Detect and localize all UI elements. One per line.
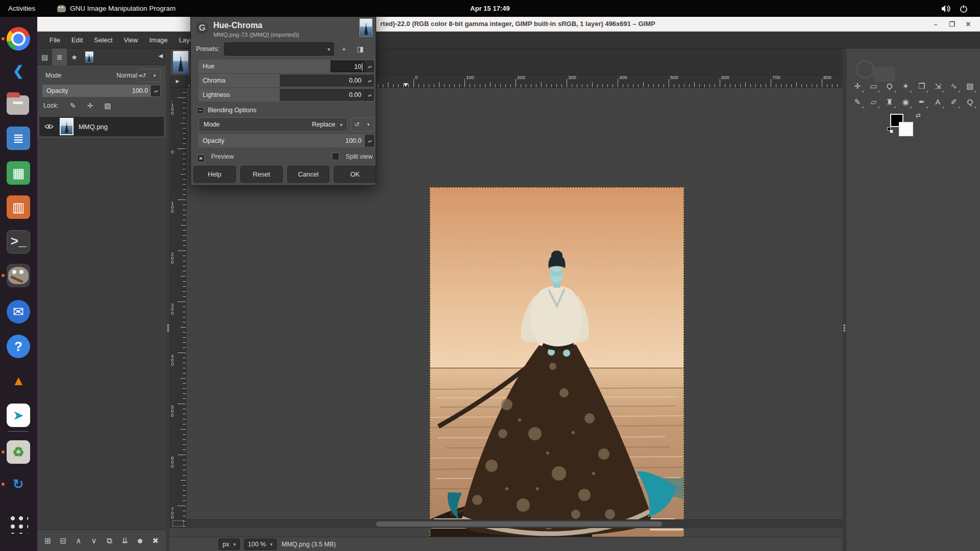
swap-colors-icon[interactable]: ⇄ bbox=[916, 112, 921, 119]
delete-layer-button[interactable]: ✖ bbox=[150, 536, 161, 545]
maximize-button[interactable]: ❐ bbox=[946, 19, 958, 30]
layer-opacity-slider[interactable]: Opacity 100.0 ▴▾ bbox=[42, 85, 161, 97]
blend-mode-combo[interactable]: Mode Replace ▾ bbox=[199, 117, 348, 132]
move-tool[interactable]: ✛ bbox=[849, 78, 866, 94]
blend-opacity-spinner[interactable]: ▴▾ bbox=[365, 135, 374, 147]
add-preset-button[interactable]: + bbox=[338, 43, 350, 55]
canvas-image[interactable] bbox=[430, 188, 683, 540]
dock-app-send[interactable]: ➤ bbox=[7, 404, 30, 427]
minimize-button[interactable]: – bbox=[930, 19, 941, 30]
dock-app-thunderbird[interactable]: ✉ bbox=[7, 300, 30, 323]
horizontal-scrollbar-thumb[interactable] bbox=[376, 521, 662, 527]
manage-presets-button[interactable]: ◨ bbox=[354, 43, 366, 55]
quick-mask-toggle[interactable] bbox=[173, 520, 184, 527]
zoom-tool[interactable]: Q bbox=[962, 94, 978, 110]
help-button[interactable]: Help bbox=[193, 166, 236, 183]
clone-tool[interactable]: ♜ bbox=[881, 94, 898, 110]
ok-button[interactable]: OK bbox=[334, 166, 376, 183]
warp-transform-tool[interactable]: ∿ bbox=[946, 78, 962, 94]
eraser-tool[interactable]: ▱ bbox=[866, 94, 882, 110]
dock-app-chrome[interactable] bbox=[7, 27, 30, 51]
image-tab-mmq[interactable] bbox=[170, 49, 191, 75]
collapse-icon[interactable]: − bbox=[197, 107, 204, 114]
dock-app-impress[interactable]: ▥ bbox=[7, 195, 30, 219]
lock-position-icon[interactable]: ✛ bbox=[87, 102, 93, 110]
ruler-corner-button[interactable]: ▶ bbox=[169, 75, 186, 88]
dock-app-grid[interactable] bbox=[9, 514, 28, 534]
rectangle-select-tool[interactable]: ▭ bbox=[866, 78, 882, 94]
layer-row[interactable]: MMQ.png bbox=[39, 117, 164, 136]
horizontal-scrollbar[interactable] bbox=[186, 519, 870, 528]
lock-alpha-icon[interactable]: ▨ bbox=[104, 102, 111, 110]
lightness-slider[interactable]: Lightness0.00▴▾ bbox=[199, 88, 375, 102]
menu-image[interactable]: Image bbox=[143, 32, 173, 48]
vertical-ruler[interactable]: - 1 0 001 0 02 0 03 0 04 0 05 0 06 0 07 … bbox=[169, 88, 186, 528]
menu-file[interactable]: File bbox=[44, 32, 66, 48]
color-picker-tool[interactable]: ✐ bbox=[946, 94, 962, 110]
blend-space-group[interactable]: ↺ ▾ bbox=[351, 117, 375, 132]
dock-app-files[interactable] bbox=[7, 95, 29, 115]
crop-tool[interactable]: ❐ bbox=[914, 78, 930, 94]
system-tray[interactable] bbox=[941, 0, 968, 17]
smudge-tool[interactable]: ◉ bbox=[898, 94, 914, 110]
close-button[interactable]: ✕ bbox=[963, 19, 974, 30]
zoom-combo[interactable]: 100 % ▾ bbox=[244, 539, 277, 550]
activities-button[interactable]: Activities bbox=[8, 0, 35, 17]
blending-options-header[interactable]: − Blending Options bbox=[197, 107, 256, 114]
tab-tool-presets[interactable]: ▤ bbox=[37, 48, 52, 65]
layer-visibility-icon[interactable] bbox=[44, 123, 54, 130]
new-group-button[interactable]: ⊟ bbox=[58, 536, 68, 545]
lightness-spinner[interactable]: ▴▾ bbox=[365, 89, 374, 101]
layer-list-empty-area[interactable] bbox=[37, 138, 166, 530]
dock-app-vlc[interactable]: ▲ bbox=[7, 369, 30, 392]
lower-layer-button[interactable]: ∨ bbox=[88, 536, 99, 545]
focused-app-menu[interactable]: GNU Image Manipulation Program bbox=[57, 0, 176, 17]
paintbrush-tool[interactable]: ✎ bbox=[849, 94, 866, 110]
dock-app-help[interactable]: ? bbox=[7, 335, 30, 358]
default-colors-icon[interactable] bbox=[887, 127, 893, 133]
new-layer-button[interactable]: ⊞ bbox=[42, 536, 53, 545]
opacity-spinner[interactable]: ▴▾ bbox=[151, 85, 160, 96]
preview-checkbox[interactable]: ✕ bbox=[197, 155, 205, 162]
cancel-button[interactable]: Cancel bbox=[287, 166, 330, 183]
hue-slider[interactable]: Hue10▴▾ bbox=[199, 60, 375, 73]
reset-button[interactable]: Reset bbox=[240, 166, 283, 183]
tab-channels[interactable]: ★ bbox=[67, 48, 82, 65]
chroma-spinner[interactable]: ▴▾ bbox=[365, 74, 374, 87]
text-tool[interactable]: A bbox=[930, 94, 946, 110]
left-panel-splitter[interactable]: ⦁⦁⦁ bbox=[166, 48, 169, 551]
layer-thumbnail[interactable] bbox=[60, 118, 74, 135]
duplicate-layer-button[interactable]: ⧉ bbox=[104, 536, 115, 545]
merge-layer-button[interactable]: ⇊ bbox=[119, 536, 130, 545]
tab-paths[interactable] bbox=[82, 48, 96, 65]
gradient-tool[interactable]: ▨ bbox=[962, 78, 978, 94]
layer-mode-combo[interactable]: Mode Normal ▾ bbox=[42, 69, 144, 82]
background-color-swatch[interactable] bbox=[899, 122, 913, 136]
dock-app-gimp[interactable] bbox=[7, 264, 30, 287]
raise-layer-button[interactable]: ∧ bbox=[73, 536, 84, 545]
free-select-tool[interactable]: Ϙ bbox=[881, 78, 898, 94]
right-panel-splitter[interactable]: ⦁⦁⦁ bbox=[842, 48, 846, 551]
menu-edit[interactable]: Edit bbox=[66, 32, 88, 48]
dock-app-trash[interactable]: ♻ bbox=[7, 440, 30, 464]
blend-opacity-slider[interactable]: Opacity 100.0 ▴▾ bbox=[199, 134, 375, 147]
dock-app-terminal[interactable]: >_ bbox=[7, 230, 30, 254]
gimp-titlebar[interactable]: rted)-22.0 (RGB color 8-bit gamma intege… bbox=[37, 17, 980, 32]
lock-pixels-icon[interactable]: ✎ bbox=[70, 102, 76, 110]
dock-app-code[interactable]: ❮ bbox=[7, 59, 30, 83]
paths-tool[interactable]: ✒ bbox=[914, 94, 930, 110]
menu-view[interactable]: View bbox=[118, 32, 144, 48]
menu-select[interactable]: Select bbox=[88, 32, 118, 48]
hue-spinner[interactable]: ▴▾ bbox=[365, 60, 374, 72]
split-view-checkbox[interactable] bbox=[332, 153, 339, 160]
tab-layers[interactable]: ≣ bbox=[52, 48, 67, 65]
unit-combo[interactable]: px ▾ bbox=[218, 539, 240, 550]
transform-tool[interactable]: ⇲ bbox=[930, 78, 946, 94]
chroma-slider[interactable]: Chroma0.00▴▾ bbox=[199, 74, 375, 87]
add-mask-button[interactable]: ☻ bbox=[135, 536, 145, 545]
fuzzy-select-tool[interactable]: ✶ bbox=[898, 78, 914, 94]
presets-combo[interactable]: ▾ bbox=[224, 42, 334, 56]
dock-app-calc[interactable]: ▦ bbox=[7, 161, 30, 185]
mode-options-group[interactable]: ↺ ▾ bbox=[137, 69, 161, 82]
dock-app-writer[interactable]: ≣ bbox=[7, 127, 30, 150]
